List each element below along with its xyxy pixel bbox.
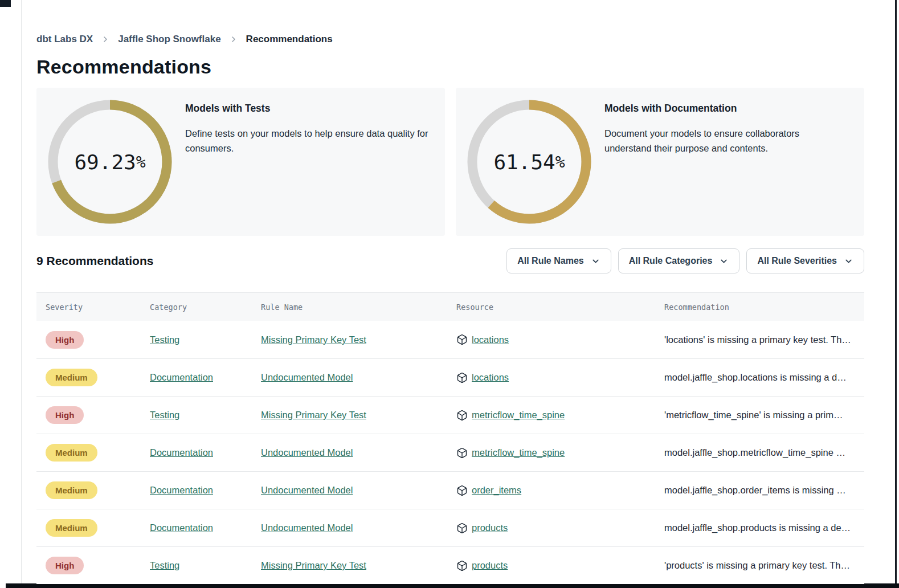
column-header-resource: Resource (447, 303, 655, 312)
recommendation-text: model.jaffle_shop.locations is missing a… (655, 372, 864, 383)
recommendations-count: 9 Recommendations (36, 254, 153, 268)
recommendations-page: dbt Labs DX Jaffle Shop Snowflake Recomm… (0, 0, 899, 588)
rule-name-link[interactable]: Missing Primary Key Test (261, 410, 366, 420)
documentation-percentage: 61.54% (467, 99, 592, 224)
severity-badge: Medium (46, 519, 97, 537)
model-cube-icon (456, 522, 468, 534)
recommendation-text: model.jaffle_shop.products is missing a … (655, 522, 864, 533)
category-link[interactable]: Testing (150, 334, 179, 345)
page-title: Recommendations (36, 56, 211, 78)
metric-cards: 69.23% Models with Tests Define tests on… (36, 88, 864, 236)
card-description: Document your models to ensure collabora… (604, 126, 815, 156)
chevron-right-icon (101, 35, 110, 44)
chevron-down-icon (591, 256, 600, 266)
severity-badge: Medium (46, 481, 97, 499)
column-header-category: Category (141, 303, 252, 312)
table-row: Medium Documentation Undocumented Model … (36, 358, 864, 396)
chevron-down-icon (719, 256, 729, 266)
rule-name-link[interactable]: Undocumented Model (261, 372, 353, 382)
category-link[interactable]: Testing (150, 410, 179, 420)
resource-link[interactable]: locations (472, 334, 509, 345)
chevron-down-icon (844, 256, 853, 266)
category-link[interactable]: Documentation (150, 522, 213, 533)
card-description: Define tests on your models to help ensu… (185, 126, 439, 156)
rule-severities-filter-dropdown[interactable]: All Rule Severities (746, 248, 864, 273)
resource-link[interactable]: products (472, 522, 508, 533)
category-link[interactable]: Documentation (150, 447, 213, 458)
rule-categories-filter-dropdown[interactable]: All Rule Categories (618, 248, 740, 273)
resource-link[interactable]: metricflow_time_spine (472, 447, 565, 458)
recommendation-text: 'locations' is missing a primary key tes… (655, 334, 864, 345)
table-header-row: Severity Category Rule Name Resource Rec… (36, 292, 864, 321)
window-frame-corner (0, 0, 11, 7)
documentation-donut-chart: 61.54% (467, 99, 592, 224)
severity-badge: High (46, 406, 84, 424)
category-link[interactable]: Testing (150, 560, 179, 570)
chevron-right-icon (229, 35, 238, 44)
list-toolbar: 9 Recommendations All Rule Names All Rul… (36, 248, 864, 273)
breadcrumb-item-recommendations: Recommendations (246, 34, 333, 45)
filter-group: All Rule Names All Rule Categories All R… (506, 248, 864, 273)
resource-link[interactable]: locations (472, 372, 509, 383)
model-cube-icon (456, 447, 468, 459)
table-row: High Testing Missing Primary Key Test pr… (36, 546, 864, 584)
recommendation-text: 'products' is missing a primary key test… (655, 560, 864, 571)
window-frame-right-edge (895, 0, 897, 588)
card-title: Models with Tests (185, 103, 439, 115)
column-header-rule-name: Rule Name (252, 303, 447, 312)
severity-badge: High (46, 331, 84, 349)
table-row: High Testing Missing Primary Key Test me… (36, 396, 864, 434)
model-cube-icon (456, 372, 468, 383)
breadcrumb: dbt Labs DX Jaffle Shop Snowflake Recomm… (36, 34, 333, 45)
tests-donut-chart: 69.23% (47, 99, 173, 224)
severity-badge: Medium (46, 369, 97, 386)
rule-name-link[interactable]: Undocumented Model (261, 522, 353, 533)
table-row: High Testing Missing Primary Key Test lo… (36, 321, 864, 358)
tests-percentage: 69.23% (47, 99, 173, 224)
models-with-tests-card: 69.23% Models with Tests Define tests on… (36, 88, 445, 236)
breadcrumb-item-dbt-labs-dx[interactable]: dbt Labs DX (36, 34, 93, 45)
model-cube-icon (456, 560, 468, 571)
model-cube-icon (456, 334, 468, 345)
model-cube-icon (456, 410, 468, 421)
rule-name-link[interactable]: Undocumented Model (261, 447, 353, 458)
recommendations-table: Severity Category Rule Name Resource Rec… (36, 292, 864, 584)
category-link[interactable]: Documentation (150, 485, 213, 495)
card-title: Models with Documentation (604, 103, 815, 115)
table-row: Medium Documentation Undocumented Model … (36, 434, 864, 471)
recommendation-text: 'metricflow_time_spine' is missing a pri… (655, 410, 864, 420)
resource-link[interactable]: metricflow_time_spine (472, 410, 565, 420)
column-header-recommendation: Recommendation (655, 303, 864, 312)
table-row: Medium Documentation Undocumented Model … (36, 471, 864, 509)
recommendation-text: model.jaffle_shop.metricflow_time_spine … (655, 447, 864, 458)
rule-name-link[interactable]: Undocumented Model (261, 485, 353, 495)
rule-name-link[interactable]: Missing Primary Key Test (261, 334, 366, 345)
severity-badge: Medium (46, 444, 97, 462)
breadcrumb-item-jaffle-shop-snowflake[interactable]: Jaffle Shop Snowflake (118, 34, 220, 45)
resource-link[interactable]: order_items (472, 485, 521, 496)
category-link[interactable]: Documentation (150, 372, 213, 382)
window-frame-bottom-edge (6, 583, 899, 588)
severity-badge: High (46, 557, 84, 574)
rule-names-filter-dropdown[interactable]: All Rule Names (506, 248, 611, 273)
table-body: High Testing Missing Primary Key Test lo… (36, 321, 864, 584)
column-header-severity: Severity (36, 303, 141, 312)
rule-name-link[interactable]: Missing Primary Key Test (261, 560, 366, 570)
models-with-documentation-card: 61.54% Models with Documentation Documen… (456, 88, 864, 236)
recommendation-text: model.jaffle_shop.order_items is missing… (655, 485, 864, 496)
resource-link[interactable]: products (472, 560, 508, 571)
table-row: Medium Documentation Undocumented Model … (36, 509, 864, 546)
model-cube-icon (456, 485, 468, 496)
sidebar-divider (21, 0, 22, 583)
